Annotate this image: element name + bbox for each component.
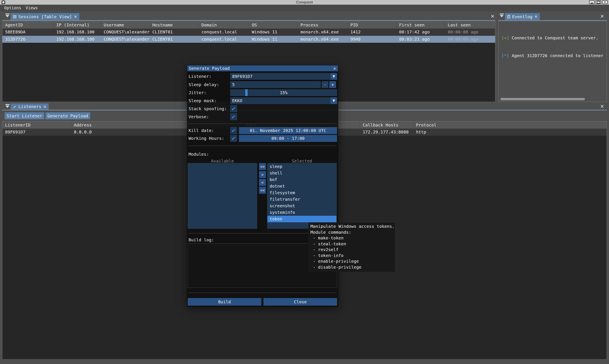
- col-agentid[interactable]: AgentID: [2, 21, 53, 28]
- sessions-dock-close-icon[interactable]: ✕: [490, 13, 494, 19]
- tab-eventlog-close-icon[interactable]: ✕: [534, 14, 538, 19]
- tab-sessions[interactable]: Sessions [Table View] ✕: [11, 13, 79, 20]
- maximize-button[interactable]: [596, 0, 601, 4]
- working-hours-label: Working Hours:: [188, 135, 224, 142]
- module-item[interactable]: filetransfer: [267, 196, 336, 203]
- menu-views[interactable]: Views: [26, 5, 38, 11]
- session-row[interactable]: 58EE89DA 192.168.168.100 CONQUEST\alexan…: [2, 28, 495, 36]
- col-username[interactable]: Username: [101, 21, 150, 28]
- eventlog-dock-float-icon[interactable]: [500, 13, 504, 17]
- col-process[interactable]: Process: [298, 21, 348, 28]
- module-item[interactable]: bof: [267, 176, 336, 183]
- tab-listeners-label: Listeners: [18, 104, 41, 109]
- col-last-seen[interactable]: Last seen: [445, 21, 495, 28]
- verbose-checkbox[interactable]: ✔: [230, 113, 237, 120]
- module-item[interactable]: filesystem: [267, 190, 336, 196]
- modules-label: Modules:: [188, 151, 209, 157]
- check-icon: ✔: [231, 106, 236, 111]
- jitter-value: 15%: [230, 89, 337, 96]
- eventlog-tab-underline: [498, 20, 607, 21]
- col-os[interactable]: OS: [249, 21, 298, 28]
- dialog-title: Generate Payload: [189, 66, 230, 71]
- close-icon: ✕: [604, 1, 606, 4]
- col-pid[interactable]: PID: [348, 21, 396, 28]
- sessions-dock-float-icon[interactable]: [5, 13, 10, 17]
- col-domain[interactable]: Domain: [199, 21, 249, 28]
- maximize-icon: [597, 1, 600, 4]
- chevron-down-icon[interactable]: ▼: [331, 97, 337, 104]
- tab-sessions-label: Sessions [Table View]: [18, 14, 72, 19]
- col-hostname[interactable]: Hostname: [150, 21, 199, 28]
- move-right-button[interactable]: >: [259, 171, 266, 178]
- eventlog-hscrollbar[interactable]: [501, 98, 585, 100]
- chevron-down-icon[interactable]: ▼: [331, 73, 337, 80]
- available-modules-list[interactable]: [188, 163, 257, 229]
- module-item[interactable]: dotnet: [267, 183, 336, 190]
- sleep-delay-decrement-button[interactable]: -: [322, 81, 328, 88]
- check-icon: ✔: [231, 136, 236, 141]
- minimize-button[interactable]: [589, 0, 595, 4]
- window-title: Conquest: [0, 0, 609, 5]
- build-log-label: Build log:: [188, 236, 214, 243]
- move-all-right-button[interactable]: >>: [259, 163, 266, 170]
- tab-listeners[interactable]: Listeners ✕: [11, 104, 49, 110]
- close-window-button[interactable]: ✕: [602, 0, 608, 4]
- check-icon: ✔: [231, 114, 236, 119]
- dialog-close-icon[interactable]: ✕: [333, 66, 336, 71]
- tab-sessions-close-icon[interactable]: ✕: [74, 14, 77, 19]
- sleep-mask-label: Sleep mask:: [188, 97, 216, 104]
- col-protocol[interactable]: Protocol: [413, 121, 607, 129]
- module-tooltip: Manipulate Windows access tokens. Module…: [308, 222, 395, 272]
- titlebar: Conquest ✕: [0, 0, 609, 5]
- close-button[interactable]: Close: [264, 298, 337, 306]
- sleep-delay-input[interactable]: 5: [230, 81, 321, 88]
- jitter-slider[interactable]: 15%: [230, 89, 337, 96]
- module-item[interactable]: screenshot: [267, 203, 336, 209]
- sessions-tab-underline: [2, 20, 495, 21]
- clipboard-icon: [507, 15, 510, 18]
- build-button[interactable]: Build: [188, 298, 261, 306]
- kill-date-checkbox[interactable]: ✔: [230, 127, 237, 134]
- separator: [188, 124, 337, 124]
- session-row-selected[interactable]: 312D7726 192.168.168.100 CONQUEST\alexan…: [2, 36, 495, 43]
- col-ip-internal[interactable]: IP (Internal): [53, 21, 101, 28]
- kill-date-label: Kill date:: [188, 127, 214, 134]
- tab-eventlog[interactable]: Eventlog ✕: [505, 13, 540, 20]
- listeners-dock-float-icon[interactable]: [5, 104, 10, 108]
- listeners-dock-close-icon[interactable]: ✕: [600, 104, 604, 109]
- sleep-mask-select[interactable]: EKKO ▼: [230, 97, 337, 104]
- tab-listeners-close-icon[interactable]: ✕: [43, 104, 46, 109]
- dialog-titlebar[interactable]: Generate Payload ✕: [187, 65, 338, 71]
- menu-options[interactable]: Options: [4, 5, 21, 11]
- working-hours-picker[interactable]: 09:00 - 17:00: [239, 135, 337, 142]
- selected-header: Selected: [267, 158, 337, 164]
- separator: [188, 293, 337, 293]
- module-item[interactable]: sleep: [267, 163, 336, 170]
- module-item[interactable]: systeminfo: [267, 209, 336, 216]
- working-hours-checkbox[interactable]: ✔: [230, 135, 237, 142]
- col-listenerid[interactable]: ListenerID: [2, 121, 71, 129]
- sleep-delay-label: Sleep delay:: [188, 81, 219, 88]
- move-left-button[interactable]: <: [259, 179, 266, 186]
- kill-date-picker[interactable]: 01. November 2025 12:00:00 UTC: [239, 127, 337, 134]
- col-callback-hosts[interactable]: Callback Hosts: [360, 121, 413, 129]
- listener-label: Listener:: [188, 73, 212, 80]
- start-listener-button[interactable]: Start Listener: [5, 112, 44, 119]
- jitter-label: Jitter:: [188, 89, 206, 96]
- stack-spoofing-checkbox[interactable]: ✔: [230, 105, 237, 112]
- module-item[interactable]: shell: [267, 170, 336, 176]
- generate-payload-button[interactable]: Generate Payload: [45, 112, 90, 119]
- sleep-delay-increment-button[interactable]: +: [329, 81, 336, 88]
- module-item-selected[interactable]: token: [267, 216, 336, 222]
- table-view-icon: [13, 15, 16, 18]
- menubar: Options Views: [0, 5, 609, 11]
- eventlog-line: [*] Agent 312D7726 connected to listener: [502, 53, 607, 59]
- separator: [188, 145, 337, 146]
- eventlog-output: [+] Connected to Conquest team server. […: [499, 21, 607, 70]
- col-first-seen[interactable]: First seen: [396, 21, 445, 28]
- eventlog-dock-close-icon[interactable]: ✕: [600, 13, 604, 19]
- eventlog-panel: [+] Connected to Conquest team server. […: [498, 21, 607, 102]
- listener-select[interactable]: 89F691D7 ▼: [230, 73, 337, 80]
- move-all-left-button[interactable]: <<: [259, 187, 266, 194]
- selected-modules-list: sleep shell bof dotnet filesystem filetr…: [267, 163, 337, 229]
